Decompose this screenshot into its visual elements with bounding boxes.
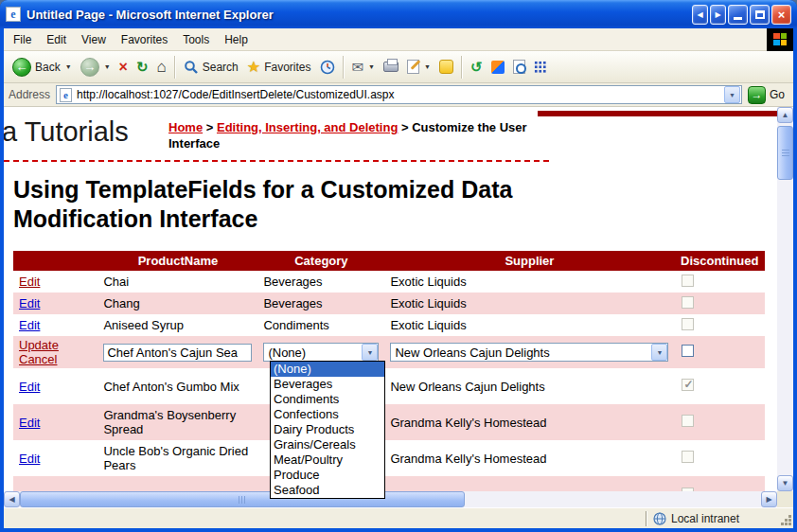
ie-logo-icon: e: [6, 7, 21, 22]
table-row: Edit Uncle Bob's Organic Dried Pears Gra…: [13, 440, 765, 476]
scroll-up-button[interactable]: ▲: [777, 107, 793, 123]
favorites-button[interactable]: ★ Favorites: [243, 57, 315, 78]
address-label: Address: [9, 88, 50, 101]
menu-edit[interactable]: Edit: [39, 30, 74, 49]
refresh-button[interactable]: ↻: [133, 57, 152, 77]
discontinued-checkbox[interactable]: [682, 345, 694, 357]
vertical-scrollbar[interactable]: ▲ ▼: [777, 107, 793, 491]
menu-favorites[interactable]: Favorites: [114, 30, 175, 49]
toolbar-separator: [461, 56, 463, 79]
resize-grip[interactable]: [780, 510, 793, 527]
title-bar[interactable]: e Untitled Page - Microsoft Internet Exp…: [0, 0, 797, 28]
mail-dropdown-icon[interactable]: ▼: [368, 63, 375, 70]
category-cell: Beverages: [257, 271, 384, 293]
forward-button[interactable]: → ▼: [77, 55, 115, 80]
breadcrumb-separator: >: [401, 120, 409, 134]
edit-link[interactable]: Edit: [19, 296, 40, 310]
toolbar: ← Back ▼ → ▼ × ↻ ⌂ Search ★ Favorites ✉ …: [4, 51, 793, 83]
menu-file[interactable]: File: [6, 30, 39, 49]
supplier-cell: New Orleans Cajun Delights: [384, 368, 674, 404]
dropdown-option[interactable]: Dairy Products: [271, 422, 384, 437]
horizontal-scroll-thumb[interactable]: [20, 491, 465, 507]
grid-header-row: ProductName Category Supplier Discontinu…: [13, 251, 765, 271]
print-button[interactable]: [380, 59, 402, 75]
dropdown-option[interactable]: Meat/Poultry: [271, 452, 384, 468]
scroll-right-button[interactable]: ▶: [761, 491, 777, 507]
edit-dropdown-icon[interactable]: ▼: [424, 63, 431, 70]
maximize-button[interactable]: [750, 5, 770, 25]
site-title: a Tutorials: [4, 116, 129, 148]
back-dropdown-icon[interactable]: ▼: [65, 63, 72, 70]
discontinued-checkbox: [682, 275, 694, 287]
dropdown-option[interactable]: Beverages: [271, 377, 384, 392]
nav-right-button[interactable]: ▶: [710, 5, 726, 25]
address-field[interactable]: e http://localhost:1027/Code/EditInsertD…: [56, 85, 742, 104]
category-select-arrow-icon[interactable]: ▼: [362, 344, 378, 361]
search-button[interactable]: Search: [180, 57, 242, 78]
mail-button[interactable]: ✉ ▼: [348, 57, 380, 77]
home-icon: ⌂: [156, 59, 166, 75]
category-select[interactable]: (None) ▼: [263, 343, 379, 362]
scroll-down-button[interactable]: ▼: [777, 475, 793, 491]
messenger-button[interactable]: [435, 57, 457, 77]
go-icon: →: [748, 86, 766, 104]
dropdown-option[interactable]: Confections: [271, 407, 384, 422]
scroll-left-button[interactable]: ◀: [4, 491, 20, 507]
menu-tools[interactable]: Tools: [175, 30, 217, 49]
menu-view[interactable]: View: [74, 30, 114, 49]
address-dropdown-button[interactable]: ▼: [724, 86, 740, 103]
menu-help[interactable]: Help: [217, 30, 256, 49]
edit-page-button[interactable]: ▼: [403, 57, 434, 77]
address-url[interactable]: http://localhost:1027/Code/EditInsertDel…: [77, 88, 719, 101]
edit-link[interactable]: Edit: [19, 452, 40, 466]
supplier-cell: Exotic Liquids: [384, 271, 674, 293]
breadcrumb: Home > Editing, Inserting, and Deleting …: [168, 119, 549, 151]
addon-button-4[interactable]: [530, 58, 551, 77]
vertical-scroll-thumb[interactable]: [777, 126, 793, 180]
dropdown-option-selected[interactable]: (None): [271, 362, 384, 377]
addon-button-3[interactable]: [509, 57, 529, 77]
edit-link[interactable]: Edit: [19, 275, 40, 289]
favorites-label: Favorites: [264, 61, 310, 74]
breadcrumb-home-link[interactable]: Home: [168, 120, 203, 134]
addon-button-2[interactable]: [487, 58, 508, 77]
page-icon: e: [60, 88, 72, 102]
supplier-select[interactable]: New Orleans Cajun Delights ▼: [390, 343, 668, 362]
stop-button[interactable]: ×: [115, 57, 132, 78]
back-button[interactable]: ← Back ▼: [9, 55, 76, 80]
addon-color-icon: [491, 61, 505, 74]
nav-left-button[interactable]: ◀: [692, 5, 708, 25]
supplier-cell: Exotic Liquids: [384, 293, 674, 314]
minimize-button[interactable]: [728, 5, 748, 25]
search-label: Search: [203, 61, 239, 74]
edit-link[interactable]: Edit: [19, 380, 40, 394]
dropdown-option[interactable]: Seafood: [271, 483, 384, 498]
supplier-cell: Grandma Kelly's Homestead: [384, 404, 674, 440]
forward-dropdown-icon[interactable]: ▼: [104, 63, 111, 70]
product-name-input[interactable]: [103, 344, 252, 362]
breadcrumb-section-link[interactable]: Editing, Inserting, and Deleting: [217, 120, 398, 134]
discontinued-checkbox: [682, 318, 694, 330]
horizontal-scrollbar[interactable]: ◀ ▶: [4, 491, 777, 507]
close-button[interactable]: ×: [771, 5, 791, 25]
edit-link[interactable]: Edit: [19, 416, 40, 430]
dropdown-option[interactable]: Grains/Cereals: [271, 437, 384, 452]
browser-window: e Untitled Page - Microsoft Internet Exp…: [0, 0, 797, 532]
dropdown-option[interactable]: Produce: [271, 468, 384, 483]
history-button[interactable]: [316, 57, 339, 78]
edit-mode-row: Update Cancel (None) ▼ New Orleans Cajun…: [13, 336, 765, 368]
home-button[interactable]: ⌂: [152, 56, 169, 78]
go-button[interactable]: → Go: [748, 86, 788, 104]
dropdown-option[interactable]: Condiments: [271, 392, 384, 407]
supplier-select-arrow-icon[interactable]: ▼: [651, 344, 667, 361]
cancel-link[interactable]: Cancel: [19, 352, 57, 366]
mail-icon: ✉: [352, 60, 364, 74]
messenger-icon: [439, 60, 453, 74]
product-cell: Aniseed Syrup: [97, 314, 257, 336]
header-accent-bar: [538, 111, 781, 116]
addon-button-1[interactable]: ↺: [467, 56, 487, 79]
update-link[interactable]: Update: [19, 338, 59, 352]
product-cell: Chai: [97, 271, 257, 293]
discontinued-checkbox: [682, 451, 694, 463]
edit-link[interactable]: Edit: [19, 318, 40, 332]
